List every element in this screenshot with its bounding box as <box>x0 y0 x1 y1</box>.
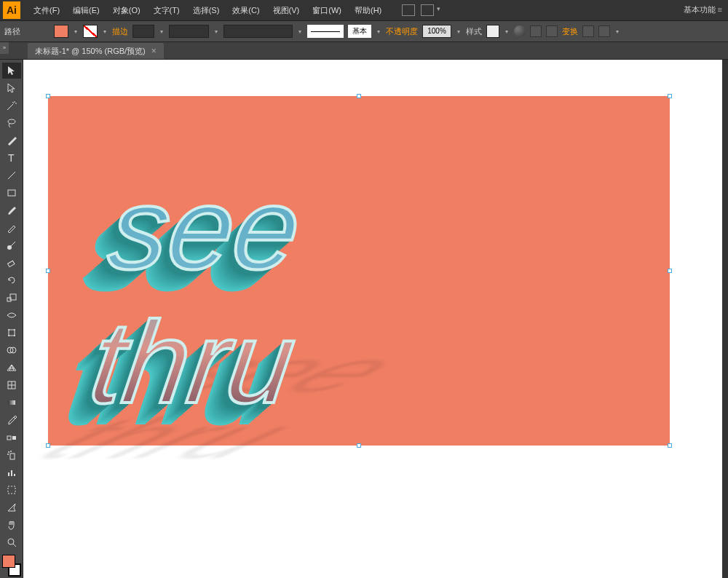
fill-swatch[interactable] <box>54 25 68 38</box>
menu-items: 文件(F) 编辑(E) 对象(O) 文字(T) 选择(S) 效果(C) 视图(V… <box>28 2 387 19</box>
opacity-input[interactable]: 100% <box>422 25 451 38</box>
svg-rect-27 <box>14 474 15 476</box>
tool-eraser[interactable] <box>2 255 21 271</box>
tool-zoom[interactable] <box>2 534 21 550</box>
tool-magic-wand[interactable] <box>2 98 21 114</box>
menu-type[interactable]: 文字(T) <box>148 2 186 19</box>
isolate-icon[interactable] <box>582 25 594 37</box>
align-icon[interactable] <box>530 25 542 37</box>
svg-text:T: T <box>8 152 15 164</box>
tool-blend[interactable] <box>2 429 21 446</box>
tool-paintbrush[interactable] <box>2 202 21 218</box>
tool-selection[interactable] <box>2 63 21 79</box>
variable-width-profile[interactable] <box>169 25 209 38</box>
tool-symbol-spray[interactable] <box>2 447 21 463</box>
menu-window[interactable]: 窗口(W) <box>306 2 347 19</box>
fill-stroke-colors[interactable] <box>2 555 21 577</box>
stroke-label[interactable]: 描边 <box>112 26 128 37</box>
svg-rect-26 <box>11 470 12 476</box>
transform-label[interactable]: 变换 <box>562 26 578 37</box>
tool-pen[interactable] <box>2 132 21 149</box>
selection-handle-tl[interactable] <box>46 94 50 98</box>
selection-handle-bm[interactable] <box>357 443 361 448</box>
tool-direct-select[interactable] <box>2 80 21 96</box>
tool-free-transform[interactable] <box>2 325 21 341</box>
svg-rect-3 <box>8 190 15 196</box>
arrange-docs-icon[interactable] <box>402 4 415 16</box>
opacity-label[interactable]: 不透明度 <box>386 26 418 37</box>
stroke-dropdown-icon[interactable]: ▾ <box>102 28 108 35</box>
menu-file[interactable]: 文件(F) <box>28 2 66 19</box>
stroke-weight-input[interactable] <box>132 25 154 38</box>
stroke-profile-preview[interactable] <box>307 25 344 38</box>
menu-select[interactable]: 选择(S) <box>187 2 226 19</box>
canvas-area[interactable]: see thru see thru see thru see thru <box>23 60 722 578</box>
svg-rect-20 <box>12 436 16 440</box>
vw-drop-icon[interactable]: ▾ <box>213 28 219 35</box>
opacity-drop-icon[interactable]: ▾ <box>456 28 462 35</box>
tool-rotate[interactable] <box>2 272 21 288</box>
tool-blob-brush[interactable] <box>2 237 21 253</box>
tool-hand[interactable] <box>2 517 21 533</box>
style-label: 样式 <box>466 26 482 37</box>
tool-perspective[interactable] <box>2 360 21 376</box>
select-similar-icon[interactable] <box>598 25 610 37</box>
app-logo: Ai <box>3 1 20 19</box>
tool-mesh[interactable] <box>2 377 21 393</box>
toolbox: T <box>0 60 23 578</box>
profile-basic-label[interactable]: 基本 <box>348 25 371 38</box>
stroke-weight-drop-icon[interactable]: ▾ <box>159 28 165 35</box>
selection-handle-tm[interactable] <box>357 94 361 98</box>
fill-dropdown-icon[interactable]: ▾ <box>73 28 79 35</box>
selection-handle-bl[interactable] <box>46 443 50 448</box>
tool-type[interactable]: T <box>2 150 21 166</box>
tool-artboard[interactable] <box>2 482 21 498</box>
tool-slice[interactable] <box>2 499 21 515</box>
menu-edit[interactable]: 编辑(E) <box>67 2 106 19</box>
similar-drop-icon[interactable]: ▾ <box>614 28 620 35</box>
close-tab-icon[interactable]: × <box>151 46 157 56</box>
svg-rect-18 <box>8 400 15 405</box>
selection-handle-ml[interactable] <box>46 269 50 273</box>
selection-type-label: 路径 <box>4 26 20 37</box>
tool-pencil[interactable] <box>2 220 21 236</box>
profile-drop-icon[interactable]: ▾ <box>376 28 381 35</box>
tool-column-graph[interactable] <box>2 464 21 480</box>
tool-eyedropper[interactable] <box>2 412 21 428</box>
panel-dock-collapsed[interactable] <box>722 60 728 578</box>
tool-width[interactable] <box>2 307 21 323</box>
document-tab-bar: 未标题-1* @ 150% (RGB/预览) × <box>0 42 728 60</box>
fill-color-box[interactable] <box>2 555 15 568</box>
panel-toggle-tab[interactable]: » <box>0 42 9 54</box>
artboard[interactable]: see thru see thru see thru see thru <box>48 96 670 446</box>
stroke-swatch-none[interactable] <box>83 25 98 38</box>
brush-drop-icon[interactable]: ▾ <box>297 28 303 35</box>
document-tab-title: 未标题-1* @ 150% (RGB/预览) <box>35 46 146 57</box>
selection-handle-mr[interactable] <box>668 269 672 273</box>
menu-help[interactable]: 帮助(H) <box>349 2 387 19</box>
menu-effect[interactable]: 效果(C) <box>226 2 265 19</box>
menu-bar: Ai 文件(F) 编辑(E) 对象(O) 文字(T) 选择(S) 效果(C) 视… <box>0 0 728 20</box>
tool-lasso[interactable] <box>2 115 21 131</box>
screen-mode-icon[interactable] <box>421 4 434 16</box>
shape-icon[interactable] <box>546 25 558 37</box>
workspace-switcher[interactable]: 基本功能 <box>684 4 722 15</box>
tool-gradient[interactable] <box>2 395 21 411</box>
tool-line[interactable] <box>2 167 21 183</box>
style-drop-icon[interactable]: ▾ <box>504 28 510 35</box>
document-tab[interactable]: 未标题-1* @ 150% (RGB/预览) × <box>28 43 164 59</box>
text-outline-layer: see thru <box>83 162 321 429</box>
brush-definition[interactable] <box>223 25 293 38</box>
selection-handle-br[interactable] <box>668 443 672 448</box>
tool-shape-builder[interactable] <box>2 342 21 358</box>
menu-object[interactable]: 对象(O) <box>107 2 146 19</box>
menu-view[interactable]: 视图(V) <box>267 2 306 19</box>
svg-point-9 <box>8 329 9 330</box>
selection-handle-tr[interactable] <box>668 94 672 98</box>
recolor-icon[interactable] <box>514 25 526 37</box>
svg-rect-8 <box>9 330 15 336</box>
svg-rect-25 <box>8 472 9 476</box>
tool-rectangle[interactable] <box>2 185 21 201</box>
tool-scale[interactable] <box>2 290 21 306</box>
graphic-style-swatch[interactable] <box>486 25 499 38</box>
